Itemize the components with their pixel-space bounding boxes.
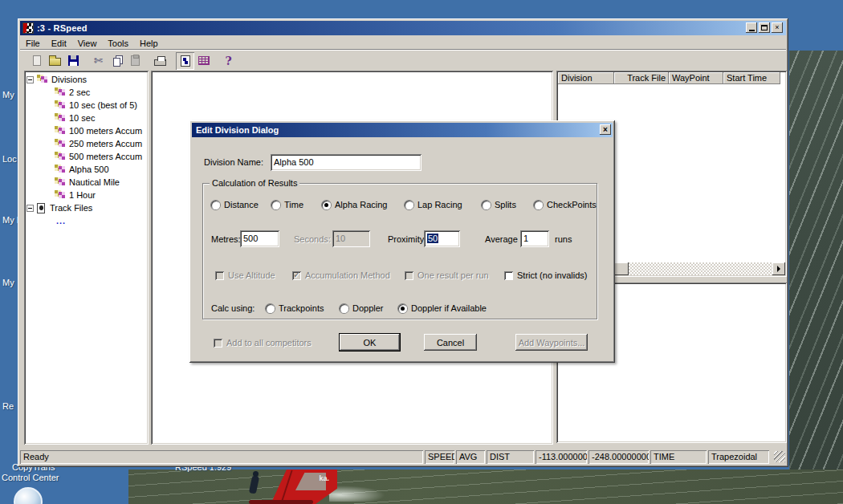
menu-file[interactable]: File: [20, 37, 46, 50]
copy-button[interactable]: [108, 52, 126, 70]
desktop-icon-label[interactable]: My: [2, 278, 14, 287]
scrollbar-right-arrow[interactable]: [772, 262, 785, 275]
radio-doppler-if-available[interactable]: Doppler if Available: [398, 303, 487, 313]
column-header-waypoint[interactable]: WayPoint: [669, 72, 723, 84]
radio-time[interactable]: Time: [271, 200, 303, 209]
tree-item-label[interactable]: 100 meters Accum: [69, 126, 142, 136]
cancel-button[interactable]: Cancel: [424, 334, 477, 351]
print-icon: [154, 59, 166, 66]
radio-distance[interactable]: Distance: [211, 200, 259, 209]
menu-tools[interactable]: Tools: [102, 37, 134, 50]
tree-node-track-files[interactable]: Track Files: [26, 201, 92, 214]
print-button[interactable]: [151, 52, 169, 70]
tree-item-division[interactable]: 10 sec: [55, 112, 95, 124]
tree-item-division[interactable]: 250 meters Accum: [55, 137, 142, 150]
radio-icon[interactable]: [534, 201, 543, 209]
radio-icon[interactable]: [340, 304, 348, 313]
radio-label: Splits: [495, 200, 516, 209]
desktop-icon-label[interactable]: Re: [2, 401, 14, 411]
desktop-icon-label[interactable]: My: [2, 90, 14, 100]
checkbox-icon: [214, 339, 222, 348]
maximize-button[interactable]: [759, 22, 770, 33]
ok-button[interactable]: OK: [340, 334, 400, 351]
column-header-start-time[interactable]: Start Time: [723, 72, 780, 84]
radio-icon[interactable]: [271, 201, 280, 209]
checkbox-label: One result per run: [417, 270, 489, 280]
checkbox-icon: [215, 271, 224, 280]
grid-view-button[interactable]: [194, 52, 213, 70]
add-waypoints-button: Add Waypoints...: [515, 334, 588, 351]
division-name-input[interactable]: Alpha 500: [271, 154, 422, 171]
tree-item-label[interactable]: 10 sec: [69, 113, 95, 123]
close-button[interactable]: ×: [772, 22, 783, 33]
help-button[interactable]: ?: [219, 52, 238, 70]
radio-icon[interactable]: [322, 201, 331, 209]
desktop-wallpaper-water-bottom: ka.: [128, 469, 843, 504]
tree-item-division[interactable]: 1 Hour: [55, 189, 96, 201]
track-file-item-label[interactable]: ...: [56, 216, 66, 226]
tree-node-label[interactable]: Track Files: [50, 203, 92, 213]
dialog-close-button[interactable]: ×: [600, 124, 611, 135]
new-file-button[interactable]: [27, 52, 46, 70]
tree-item-division[interactable]: Nautical Mile: [55, 176, 120, 189]
radio-lap-racing[interactable]: Lap Racing: [405, 200, 462, 209]
checkbox-icon[interactable]: [504, 271, 513, 280]
minimize-button[interactable]: [746, 22, 757, 33]
radio-doppler[interactable]: Doppler: [340, 303, 384, 313]
menu-edit[interactable]: Edit: [46, 37, 72, 50]
tree-node-divisions[interactable]: Divisions: [26, 73, 87, 86]
collapse-icon[interactable]: [26, 205, 34, 212]
radio-checkpoints[interactable]: CheckPoints: [534, 200, 597, 209]
tree-item-division[interactable]: 500 meters Accum: [55, 150, 142, 163]
tree-item-label[interactable]: Alpha 500: [69, 165, 109, 174]
radio-icon[interactable]: [211, 201, 220, 209]
cut-button[interactable]: ✄: [89, 52, 108, 70]
paste-button[interactable]: [126, 52, 145, 70]
resize-grip[interactable]: [774, 451, 785, 462]
tree-node-label[interactable]: Divisions: [51, 75, 87, 84]
new-file-icon: [33, 55, 41, 66]
save-button[interactable]: [64, 52, 83, 70]
tree-item-label[interactable]: 1 Hour: [69, 190, 96, 200]
radio-icon[interactable]: [266, 304, 275, 313]
tree-item-division[interactable]: 10 sec (best of 5): [55, 99, 137, 112]
collapse-icon[interactable]: [26, 76, 34, 83]
radio-label: Distance: [224, 200, 259, 209]
menu-bar: File Edit View Tools Help: [20, 36, 786, 50]
radio-icon[interactable]: [405, 201, 413, 209]
tree-item-label[interactable]: 2 sec: [69, 87, 90, 97]
copytrans-globe-icon[interactable]: [14, 487, 43, 504]
tree-item-label[interactable]: 10 sec (best of 5): [69, 100, 137, 110]
radio-trackpoints[interactable]: Trackpoints: [266, 303, 324, 313]
column-header-track-file[interactable]: Track File: [614, 72, 669, 84]
radio-icon[interactable]: [482, 201, 491, 209]
title-bar[interactable]: :3 - RSpeed ×: [20, 21, 786, 35]
app-checkered-flag-icon[interactable]: [22, 22, 34, 34]
desktop-icon-label[interactable]: Loc: [2, 154, 17, 164]
radio-alpha-racing[interactable]: Alpha Racing: [322, 200, 387, 209]
tree-item-label[interactable]: 500 meters Accum: [69, 152, 142, 161]
menu-help[interactable]: Help: [134, 37, 164, 50]
menu-view[interactable]: View: [72, 37, 103, 50]
tree-item-label[interactable]: Nautical Mile: [69, 177, 120, 187]
calculation-of-results-group: Calculation of Results Distance Time Alp…: [202, 183, 597, 319]
desktop-icon-copytrans-label2[interactable]: Control Center: [2, 473, 59, 482]
divisions-tree-panel: Divisions 2 sec 10 sec (best of 5) 10 se…: [24, 71, 149, 445]
alpha-view-toggle-button[interactable]: [176, 52, 194, 70]
radio-splits[interactable]: Splits: [482, 200, 516, 209]
average-input[interactable]: 1: [520, 230, 549, 247]
tree-item-track-file[interactable]: ...: [56, 214, 66, 227]
checkbox-icon: [292, 271, 301, 280]
proximity-input[interactable]: 50: [424, 230, 460, 247]
column-header-division[interactable]: Division: [558, 72, 614, 84]
tree-item-division[interactable]: 2 sec: [55, 86, 90, 99]
tree-item-division[interactable]: 100 meters Accum: [55, 124, 142, 137]
tree-item-label[interactable]: 250 meters Accum: [69, 139, 142, 148]
strict-no-invalids-checkbox[interactable]: Strict (no invalids): [504, 270, 587, 280]
metres-input[interactable]: 500: [240, 230, 279, 247]
tree-item-division[interactable]: Alpha 500: [55, 163, 109, 176]
windsurf-board: [249, 500, 313, 504]
dialog-title-bar[interactable]: Edit Division Dialog ×: [192, 123, 613, 137]
radio-icon[interactable]: [398, 304, 407, 313]
open-file-button[interactable]: [46, 52, 64, 70]
